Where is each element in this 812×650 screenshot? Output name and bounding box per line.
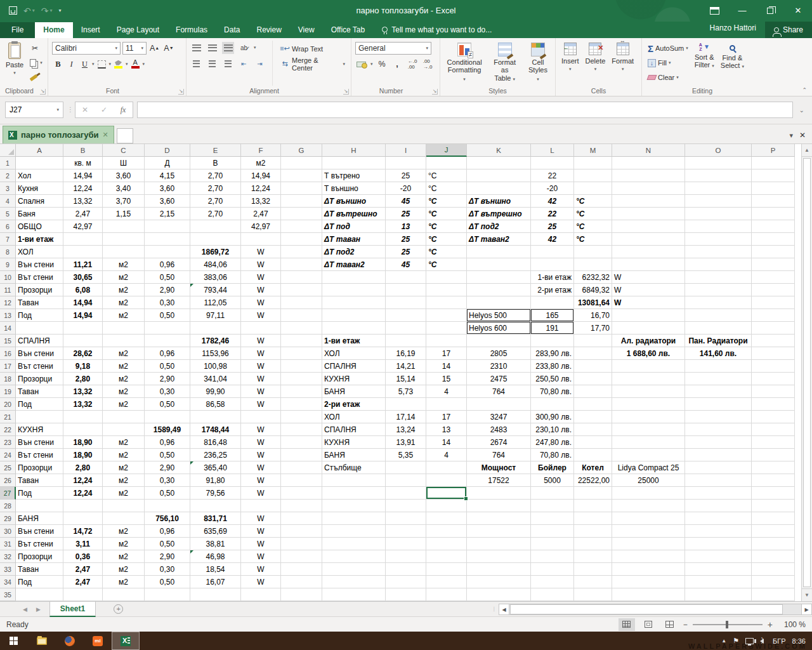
cell-M15[interactable] [574, 335, 612, 347]
cell-H28[interactable] [322, 500, 386, 512]
cell-L25[interactable]: Бойлер [531, 461, 574, 474]
cell-G18[interactable] [281, 373, 322, 385]
cell-B2[interactable]: 14,94 [63, 169, 103, 182]
cell-G21[interactable] [281, 411, 322, 423]
cell-C30[interactable]: м2 [103, 525, 145, 538]
cell-E13[interactable]: 97,11 [190, 309, 241, 322]
format-cells-button[interactable]: Format▾ [608, 41, 637, 86]
cell-C7[interactable] [103, 233, 145, 246]
cell-N29[interactable] [612, 512, 685, 525]
cell-D11[interactable]: 2,90 [145, 284, 190, 296]
cell-N20[interactable] [612, 398, 685, 411]
row-header-32[interactable]: 32 [0, 550, 16, 563]
cell-N25[interactable]: Lidya Compact 25 [612, 461, 685, 474]
cell-D7[interactable] [145, 233, 190, 246]
cell-G3[interactable] [281, 182, 322, 195]
cell-L31[interactable] [531, 538, 574, 550]
cell-H23[interactable]: КУХНЯ [322, 436, 386, 449]
cell-J16[interactable]: 17 [426, 347, 467, 360]
cell-H24[interactable]: БАНЯ [322, 449, 386, 461]
cell-F18[interactable]: W [241, 373, 281, 385]
cell-F16[interactable]: W [241, 347, 281, 360]
cell-E10[interactable]: 383,06 [190, 271, 241, 284]
cell-G5[interactable] [281, 208, 322, 220]
cell-D12[interactable]: 0,30 [145, 296, 190, 309]
cell-K20[interactable] [467, 398, 531, 411]
cell-P35[interactable] [752, 588, 795, 601]
cell-I17[interactable]: 14,21 [386, 360, 426, 373]
align-left-button[interactable] [190, 58, 202, 70]
cell-N28[interactable] [612, 500, 685, 512]
cell-E18[interactable]: 341,04 [190, 373, 241, 385]
cell-M5[interactable]: °C [574, 208, 612, 220]
network-icon[interactable] [745, 638, 754, 644]
cell-H14[interactable] [322, 322, 386, 335]
row-header-20[interactable]: 20 [0, 398, 16, 411]
select-all-corner[interactable] [0, 144, 16, 157]
cell-F30[interactable]: W [241, 525, 281, 538]
cell-A14[interactable] [16, 322, 63, 335]
cell-B29[interactable] [63, 512, 103, 525]
cell-D32[interactable]: 2,90 [145, 550, 190, 563]
new-document-tab[interactable] [117, 128, 133, 143]
tab-page-layout[interactable]: Page Layout [108, 22, 167, 38]
cell-B24[interactable]: 18,90 [63, 449, 103, 461]
cell-E25[interactable]: 365,40 [190, 461, 241, 474]
cell-D23[interactable]: 0,96 [145, 436, 190, 449]
cell-A22[interactable]: КУХНЯ [16, 423, 63, 436]
mi-app-button[interactable]: mi [84, 632, 112, 650]
cell-K6[interactable]: ΔТ под2 [467, 220, 531, 233]
wrap-text-button[interactable]: ≡↩Wrap Text [278, 42, 347, 56]
paste-button[interactable]: Paste▾ [3, 41, 27, 86]
row-header-16[interactable]: 16 [0, 347, 16, 360]
tab-formulas[interactable]: Formulas [167, 22, 216, 38]
cell-O19[interactable] [685, 385, 752, 398]
cell-G9[interactable] [281, 258, 322, 271]
cell-D2[interactable]: 4,15 [145, 169, 190, 182]
add-sheet-button[interactable]: + [114, 604, 123, 614]
tab-file[interactable]: File [0, 22, 35, 38]
cell-E34[interactable]: 16,07 [190, 576, 241, 588]
number-format-combo[interactable]: General▾ [355, 42, 431, 55]
cell-D6[interactable] [145, 220, 190, 233]
cell-K11[interactable] [467, 284, 531, 296]
cell-E4[interactable]: 2,70 [190, 195, 241, 208]
cell-F3[interactable]: 12,24 [241, 182, 281, 195]
cell-B19[interactable]: 13,32 [63, 385, 103, 398]
formula-input[interactable] [137, 102, 793, 118]
cell-A8[interactable]: ХОЛ [16, 246, 63, 258]
cell-C16[interactable]: м2 [103, 347, 145, 360]
row-header-12[interactable]: 12 [0, 296, 16, 309]
cell-E9[interactable]: 484,06 [190, 258, 241, 271]
cell-J33[interactable] [426, 563, 467, 576]
cell-C17[interactable]: м2 [103, 360, 145, 373]
row-header-28[interactable]: 28 [0, 500, 16, 512]
cell-E14[interactable] [190, 322, 241, 335]
column-header-C[interactable]: C [103, 144, 145, 157]
close-button[interactable]: ✕ [784, 0, 812, 22]
cell-M16[interactable] [574, 347, 612, 360]
cell-J8[interactable]: °C [426, 246, 467, 258]
cell-A11[interactable]: Прозорци [16, 284, 63, 296]
column-header-O[interactable]: O [685, 144, 752, 157]
cell-F25[interactable]: W [241, 461, 281, 474]
column-header-F[interactable]: F [241, 144, 281, 157]
cell-P28[interactable] [752, 500, 795, 512]
cell-K12[interactable] [467, 296, 531, 309]
italic-button[interactable]: I [65, 58, 77, 70]
cell-N35[interactable] [612, 588, 685, 601]
cell-B10[interactable]: 30,65 [63, 271, 103, 284]
cell-P3[interactable] [752, 182, 795, 195]
format-as-table-button[interactable]: Format asTable ▾ [486, 41, 523, 86]
page-layout-view-button[interactable] [640, 618, 657, 631]
undo-button[interactable]: ↶▾ [23, 6, 35, 15]
cell-D20[interactable]: 0,50 [145, 398, 190, 411]
zoom-in-button[interactable]: + [768, 620, 773, 630]
cell-D28[interactable] [145, 500, 190, 512]
cell-H21[interactable]: ХОЛ [322, 411, 386, 423]
cell-J17[interactable]: 14 [426, 360, 467, 373]
cell-D13[interactable]: 0,50 [145, 309, 190, 322]
cell-E22[interactable]: 1748,44 [190, 423, 241, 436]
cell-B34[interactable]: 2,47 [63, 576, 103, 588]
cell-O9[interactable] [685, 258, 752, 271]
